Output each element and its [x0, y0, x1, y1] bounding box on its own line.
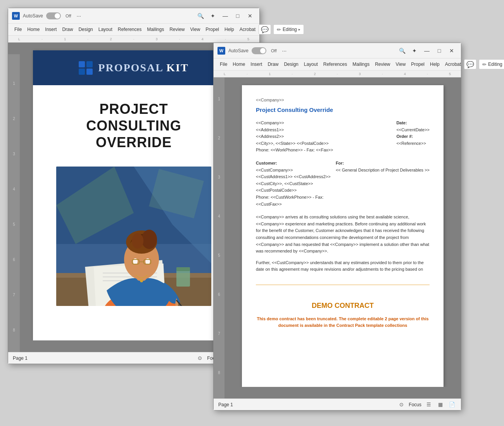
margin-num: 8: [13, 328, 15, 332]
menu-acrobat[interactable]: Acrobat: [237, 26, 258, 33]
menu-references[interactable]: References: [116, 26, 144, 33]
ruler-mark: 5: [449, 72, 451, 76]
titlebar-back: W AutoSave Off ··· 🔍 ✦ — □ ✕: [8, 8, 259, 24]
menu-propel-2[interactable]: Propel: [409, 60, 427, 68]
autosave-label-2: AutoSave: [228, 48, 249, 53]
menu-review[interactable]: Review: [167, 26, 187, 33]
addr-left: <<Company>> <<Address1>> <<Address2>> <<…: [256, 120, 333, 154]
view-list-btn-2[interactable]: ☰: [425, 400, 433, 409]
menu-view[interactable]: View: [188, 26, 203, 33]
view-grid-btn-2[interactable]: ▦: [436, 400, 445, 409]
status-bar-front: Page 1 ⊙ Focus ☰ ▦ 📄: [214, 399, 461, 410]
menu-mailings[interactable]: Mailings: [145, 26, 166, 33]
margin-num-2: 5: [218, 253, 220, 258]
ruler-mark: ·: [88, 37, 89, 41]
editing-button[interactable]: ✏ Editing ▸: [273, 24, 304, 34]
body-text-2: Further, <<CustCompany>> understands tha…: [256, 259, 430, 273]
designer-button-2[interactable]: ✦: [409, 45, 420, 56]
ruler-mark: ·: [292, 72, 293, 76]
ruler-mark: 1: [269, 72, 271, 76]
customer-block: Customer: <<CustCompany>> <<CustAddress1…: [256, 160, 430, 208]
svg-point-27: [140, 279, 143, 282]
ruler-back: L · 1 · 2 · 3 · 4 · 5: [8, 36, 259, 43]
focus-icon[interactable]: ⊙: [195, 354, 204, 362]
doc2-heading: Project Consulting Override: [256, 106, 430, 115]
menu-insert-2[interactable]: Insert: [248, 60, 264, 68]
margin-num-2: 1: [218, 97, 220, 101]
body-text-1: <<Company>> arrives at its consulting so…: [256, 214, 430, 255]
menu-design-2[interactable]: Design: [281, 60, 300, 68]
editing-button-2[interactable]: ✏ Editing ▸: [479, 59, 504, 69]
autosave-toggle[interactable]: [46, 12, 61, 19]
menu-home-2[interactable]: Home: [230, 60, 247, 68]
demo-contract-text: This demo contract has been truncated. T…: [256, 316, 430, 329]
addr-1: <<Address1>>: [256, 127, 333, 134]
menu-bar: File Home Insert Draw Design Layout Refe…: [12, 24, 255, 35]
minimize-button-2[interactable]: —: [421, 45, 432, 56]
word-window-front: W AutoSave Off ··· 🔍 ✦ — □ ✕ File Home I…: [213, 43, 461, 411]
ribbon-front: File Home Insert Draw Design Layout Refe…: [214, 58, 461, 70]
ruler-mark: 2: [110, 37, 112, 41]
menu-layout-2[interactable]: Layout: [302, 60, 320, 68]
designer-button[interactable]: ✦: [207, 10, 218, 21]
maximize-button-2[interactable]: □: [434, 45, 445, 56]
menu-file-2[interactable]: File: [217, 60, 230, 68]
comment-button-2[interactable]: 💬: [464, 59, 476, 69]
margin-num: 6: [13, 258, 15, 262]
cover-title-h1: Project Consulting Override: [56, 101, 211, 151]
menu-layout[interactable]: Layout: [96, 26, 115, 33]
close-button-2[interactable]: ✕: [446, 45, 457, 56]
addr-right: Date: <<CurrentDate>> Order #: <<Referen…: [396, 120, 430, 154]
svg-point-19: [132, 233, 143, 249]
menu-acrobat-2[interactable]: Acrobat: [443, 60, 463, 68]
more-button[interactable]: ···: [74, 12, 84, 20]
menu-mailings-2[interactable]: Mailings: [350, 60, 372, 68]
cust-fax: <<CustFax>>: [256, 201, 331, 208]
menu-draw-2[interactable]: Draw: [265, 60, 281, 68]
pencil-icon-2: ✏: [482, 62, 487, 67]
menu-insert[interactable]: Insert: [43, 26, 59, 33]
pencil-icon: ✏: [277, 27, 281, 33]
margin-num-2: 6: [218, 292, 220, 297]
menu-view-2[interactable]: View: [394, 60, 408, 68]
menu-review-2[interactable]: Review: [373, 60, 392, 68]
menu-help[interactable]: Help: [222, 26, 236, 33]
cover-image: [56, 167, 211, 306]
menu-propel[interactable]: Propel: [203, 26, 221, 33]
comment-button[interactable]: 💬: [259, 24, 271, 34]
maximize-button[interactable]: □: [232, 10, 243, 21]
titlebar-left: W AutoSave Off ···: [12, 12, 104, 20]
menu-design[interactable]: Design: [76, 26, 95, 33]
cust-left: Customer: <<CustCompany>> <<CustAddress1…: [256, 160, 331, 208]
cust-phone: Phone: <<CustWorkPhone>> - Fax:: [256, 194, 331, 201]
margin-num: 4: [13, 187, 15, 191]
titlebar-front: W AutoSave Off ··· 🔍 ✦ — □ ✕: [214, 43, 461, 58]
menu-references-2[interactable]: References: [321, 60, 349, 68]
autosave-toggle-2[interactable]: [252, 47, 266, 54]
cust-right: For: << General Description of Project D…: [336, 160, 430, 208]
left-margin: 1 2 3 4 5 6 7 8: [8, 54, 20, 352]
titlebar-right-2: 🔍 ✦ — □ ✕: [397, 45, 457, 56]
cust-company: <<CustCompany>>: [256, 167, 331, 174]
menu-help-2[interactable]: Help: [428, 60, 442, 68]
customer-label: Customer:: [256, 160, 331, 167]
view-page-btn-2[interactable]: 📄: [448, 400, 456, 409]
search-button[interactable]: 🔍: [195, 10, 206, 21]
close-button[interactable]: ✕: [245, 10, 255, 21]
word-icon-2: W: [217, 47, 225, 55]
margin-num-2: 2: [218, 136, 220, 140]
menu-home[interactable]: Home: [25, 26, 42, 33]
margin-num: 3: [13, 152, 15, 156]
search-button-2[interactable]: 🔍: [397, 45, 407, 56]
menu-draw[interactable]: Draw: [60, 26, 75, 33]
more-button-2[interactable]: ···: [280, 47, 289, 55]
current-date: <<CurrentDate>>: [396, 127, 430, 134]
menu-file[interactable]: File: [12, 26, 24, 33]
focus-icon-2[interactable]: ⊙: [397, 400, 406, 409]
margin-num-2: 8: [218, 371, 220, 375]
page-indicator: Page 1: [13, 356, 28, 361]
doc2-page: <<Company>> Project Consulting Override …: [242, 85, 444, 387]
minimize-button[interactable]: —: [220, 10, 231, 21]
margin-num: 5: [13, 222, 15, 227]
doc-area-front: 1 2 3 4 5 6 7 8 <<Company>> Project Cons…: [214, 77, 461, 399]
